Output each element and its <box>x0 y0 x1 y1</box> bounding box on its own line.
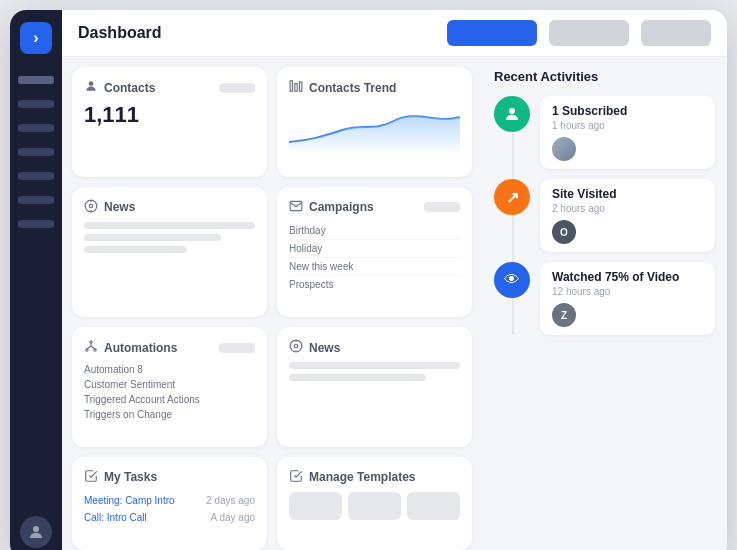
activity-item-1: 1 Subscribed 1 hours ago <box>494 96 715 169</box>
news-line <box>289 374 426 381</box>
campaigns-icon <box>289 199 303 216</box>
contacts-card-title: Contacts <box>104 81 213 95</box>
header-btn-tertiary[interactable] <box>641 20 711 46</box>
svg-point-1 <box>89 81 94 86</box>
sidebar-avatar[interactable] <box>20 516 52 548</box>
activity-icon-2: ↗ <box>494 179 530 215</box>
activity-card-1: 1 Subscribed 1 hours ago <box>540 96 715 169</box>
news-line <box>84 234 221 241</box>
activity-card-2: Site Visited 2 hours ago O <box>540 179 715 252</box>
svg-line-14 <box>91 346 95 349</box>
svg-point-0 <box>33 526 39 532</box>
news-lines-2 <box>289 362 460 381</box>
templates-icon <box>289 469 303 486</box>
sidebar-nav-item-4[interactable] <box>18 148 54 156</box>
activity-avatar-1 <box>552 137 576 161</box>
news-card-2-title: News <box>309 341 460 355</box>
news-line <box>84 222 255 229</box>
template-box-3[interactable] <box>407 492 460 520</box>
news-card-1-title: News <box>104 200 255 214</box>
task-date-2: A day ago <box>211 512 255 523</box>
auto-item-1[interactable]: Automation 8 <box>84 362 255 377</box>
news-line <box>289 362 460 369</box>
news-card-2: News <box>277 327 472 447</box>
svg-point-16 <box>294 344 298 348</box>
automations-card-title: Automations <box>104 341 213 355</box>
activity-time-1: 1 hours ago <box>552 120 703 131</box>
campaign-item-2[interactable]: Holiday <box>289 240 460 258</box>
sidebar-nav-item-1[interactable] <box>18 76 54 84</box>
header: Dashboard <box>62 10 727 57</box>
contacts-badge <box>219 83 255 93</box>
app-window: › Dashboard <box>10 10 727 550</box>
svg-point-9 <box>90 341 92 343</box>
sidebar-nav-item-6[interactable] <box>18 196 54 204</box>
sidebar-nav-item-3[interactable] <box>18 124 54 132</box>
sidebar-nav-item-7[interactable] <box>18 220 54 228</box>
news-icon-1 <box>84 199 98 216</box>
campaigns-badge <box>424 202 460 212</box>
activity-card-3: Watched 75% of Video 12 hours ago Z <box>540 262 715 335</box>
campaign-item-1[interactable]: Birthday <box>289 222 460 240</box>
tasks-icon <box>84 469 98 486</box>
task-date-1: 2 days ago <box>206 495 255 506</box>
template-box-2[interactable] <box>348 492 401 520</box>
task-item-1[interactable]: Meeting: Camp Intro 2 days ago <box>84 492 255 509</box>
header-btn-secondary[interactable] <box>549 20 629 46</box>
contacts-icon <box>84 79 98 96</box>
sidebar-nav-item-2[interactable] <box>18 100 54 108</box>
automations-card: Automations Automation 8 Customer Sentim… <box>72 327 267 447</box>
activity-time-3: 12 hours ago <box>552 286 703 297</box>
templates-card-title: Manage Templates <box>309 470 460 484</box>
svg-point-5 <box>85 200 97 212</box>
activity-avatar-3: Z <box>552 303 576 327</box>
my-tasks-card: My Tasks Meeting: Camp Intro 2 days ago … <box>72 457 267 551</box>
campaign-list: Birthday Holiday New this week Prospects <box>289 222 460 293</box>
main-content: Dashboard Contacts 1,111 <box>62 10 727 550</box>
task-item-2[interactable]: Call: Intro Call A day ago <box>84 509 255 526</box>
svg-rect-2 <box>290 81 292 92</box>
activity-list: 1 Subscribed 1 hours ago ↗ Site Visited … <box>494 96 715 335</box>
auto-item-2[interactable]: Customer Sentiment <box>84 377 255 392</box>
template-box-1[interactable] <box>289 492 342 520</box>
svg-point-19 <box>509 108 515 114</box>
contacts-count: 1,111 <box>84 102 255 128</box>
recent-activities-panel: Recent Activities 1 Subscribed 1 hours a… <box>482 57 727 550</box>
activities-title: Recent Activities <box>494 69 715 84</box>
activity-icon-1 <box>494 96 530 132</box>
page-title: Dashboard <box>78 24 435 42</box>
header-btn-primary[interactable] <box>447 20 537 46</box>
activity-item-2: ↗ Site Visited 2 hours ago O <box>494 179 715 252</box>
contacts-trend-card: Contacts Trend <box>277 67 472 177</box>
template-row <box>289 492 460 520</box>
svg-point-10 <box>86 349 88 351</box>
svg-rect-3 <box>295 84 297 92</box>
dashboard-grid: Contacts 1,111 Contacts Trend <box>62 57 482 550</box>
activity-icon-3: 👁 <box>494 262 530 298</box>
sidebar-nav-item-5[interactable] <box>18 172 54 180</box>
news-card-1: News <box>72 187 267 318</box>
sidebar-logo[interactable]: › <box>20 22 52 54</box>
trend-icon <box>289 79 303 96</box>
news-line <box>84 246 187 253</box>
task-list: Meeting: Camp Intro 2 days ago Call: Int… <box>84 492 255 526</box>
content-area: Contacts 1,111 Contacts Trend <box>62 57 727 550</box>
activity-time-2: 2 hours ago <box>552 203 703 214</box>
auto-item-4[interactable]: Triggers on Change <box>84 407 255 422</box>
svg-rect-4 <box>300 82 302 91</box>
task-name-1: Meeting: Camp Intro <box>84 495 175 506</box>
trend-chart <box>289 102 460 152</box>
manage-templates-card: Manage Templates <box>277 457 472 551</box>
campaign-item-3[interactable]: New this week <box>289 258 460 276</box>
activity-title-1: 1 Subscribed <box>552 104 703 118</box>
news-icon-2 <box>289 339 303 356</box>
svg-line-13 <box>87 346 91 349</box>
activity-title-3: Watched 75% of Video <box>552 270 703 284</box>
campaigns-card-title: Campaigns <box>309 200 418 214</box>
automations-badge <box>219 343 255 353</box>
campaign-item-4[interactable]: Prospects <box>289 276 460 293</box>
auto-item-3[interactable]: Triggered Account Actions <box>84 392 255 407</box>
automations-list: Automation 8 Customer Sentiment Triggere… <box>84 362 255 422</box>
activity-avatar-2: O <box>552 220 576 244</box>
tasks-card-title: My Tasks <box>104 470 255 484</box>
